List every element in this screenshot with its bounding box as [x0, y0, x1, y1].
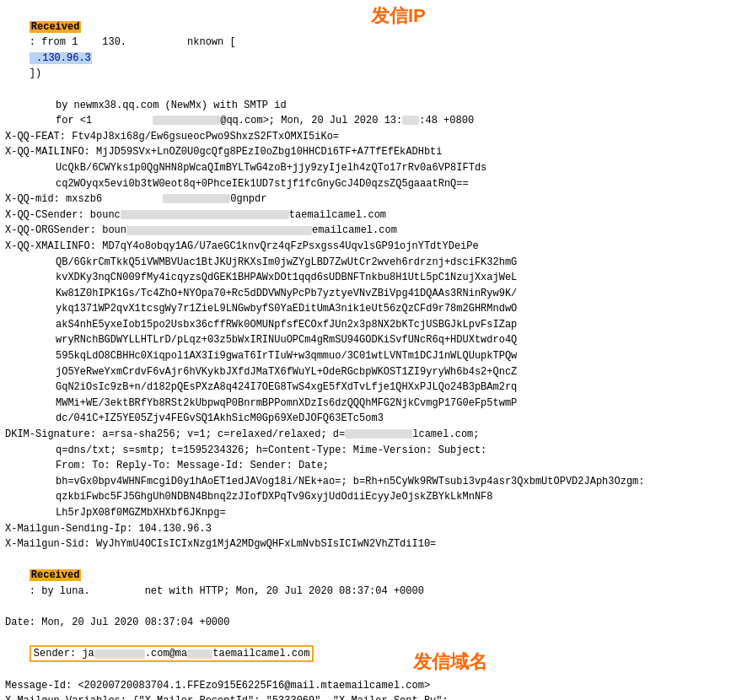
- line-dkim-5: qzkbiFwbc5FJ5GhgUh0NDBN4Bbnq2zJIofDXPqTv…: [5, 489, 742, 505]
- received-from: : from 1 130. nknown [: [30, 36, 236, 48]
- received-keyword: Received: [30, 21, 82, 33]
- line-xmail-6: akS4nhE5yxeIob15po2Usbx36cffRWk0OMUNpfsf…: [5, 317, 742, 333]
- email-header-container: 发信IP Received : from 1 130. nknown [ .13…: [0, 0, 747, 700]
- line-dkim-6: Lh5rJpX08f0MGZMbXHXbf6JKnpg=: [5, 505, 742, 521]
- line-message-id: Message-Id: <20200720083704.1.FFEzo915E6…: [5, 678, 742, 694]
- line-xqq-csender: X-QQ-CSender: bounctaemailcamel.com: [5, 207, 742, 223]
- line-mailgun-ip: X-Mailgun-Sending-Ip: 104.130.96.3: [5, 521, 742, 537]
- line-dkim-3: From: To: Reply-To: Message-Id: Sender: …: [5, 458, 742, 474]
- line-xmail-3: kvXDKy3nqCN009fMy4icqyzsQdGEK1BHPAWxDOt1…: [5, 270, 742, 286]
- line-sender: Sender: ja.com@mataemailcamel.com: [5, 631, 742, 678]
- line-xmail-7: wryRNchBGDWYLLHTLrD/pLqz+03z5bWxIRINUuOP…: [5, 332, 742, 348]
- line-xmail-5: ykq1371WP2qvX1tcsgWy7r1ZieL9LNGwbyfS0YaE…: [5, 301, 742, 317]
- line-xmail-11: MWMi+WE/3ektBRfYb8RSt2kUbpwqP0BnrmBPPomn…: [5, 396, 742, 412]
- line-date: Date: Mon, 20 Jul 2020 08:37:04 +0000: [5, 615, 742, 631]
- line-xmailgun-vars: X-Mailgun-Variables: {"X-Mailer-ReceptId…: [5, 693, 742, 700]
- sender-box: Sender: ja.com@mataemailcamel.com: [30, 645, 314, 662]
- line-received-2: Received : by luna. net with HTTP; Mon, …: [5, 552, 742, 615]
- line-xqq-mid: X-QQ-mid: mxszb6 0gnpdr: [5, 191, 742, 207]
- line-mailgun-sid: X-Mailgun-Sid: WyJhYmU4OCIsICIxNzg1MjA2M…: [5, 536, 742, 552]
- annotation-ip-label: 发信IP: [371, 2, 426, 30]
- line-dkim-2: q=dns/txt; s=smtp; t=1595234326; h=Conte…: [5, 443, 742, 459]
- line-xqq-mailinfo-2: UcQkB/6CWYks1p0QgNHN8pWcaQImBYLTwG4zoB+j…: [5, 160, 742, 176]
- line-xqq-mailinfo: X-QQ-MAILINFO: MjJD59SVx+LnOZ0U0gcQfg8PE…: [5, 144, 742, 160]
- received-bracket-close: ]): [30, 67, 41, 79]
- line-xqq-mailinfo-3: cq2WOyqx5evi0b3tW0eot8q+0PhceIEk1UD7stjf…: [5, 176, 742, 192]
- received-keyword-2: Received: [30, 569, 82, 581]
- line-xmail-4: Kw81Z0hIPK1Gs/Tc4ZhO+NYOpa70+Rc5dDDVWNyP…: [5, 286, 742, 302]
- line-for-qq: for <1 @qq.com>; Mon, 20 Jul 2020 13::48…: [5, 113, 742, 129]
- line-dkim: DKIM-Signature: a=rsa-sha256; v=1; c=rel…: [5, 427, 742, 443]
- received-by: : by luna. net with HTTP; Mon, 20 Jul 20…: [30, 585, 424, 597]
- ip-address: .130.96.3: [30, 52, 92, 64]
- annotation-domain-label: 发信域名: [413, 648, 487, 676]
- line-xmail-2: QB/6GkrCmTkkQ5iVWMBVUac1BtJKUjRKXsIm0jwZ…: [5, 255, 742, 271]
- line-dkim-4: bh=vGx0bpv4WHNFmcgiD0y1hAoET1edJAVog18i/…: [5, 474, 742, 490]
- line-xqq-xmailinfo: X-QQ-XMAILINFO: MD7qY4o8obqy1AG/U7aeGC1k…: [5, 239, 742, 255]
- line-by-newmx: by newmx38.qq.com (NewMx) with SMTP id: [5, 98, 742, 114]
- line-xmail-8: 595kqLdO8CBHHc0Xiqpol1AX3Ii9gwaT6IrTIuW+…: [5, 348, 742, 364]
- line-xmail-9: jO5YeRweYxmCrdvF6vAjr6hVKykbJXfdJMaTX6fW…: [5, 364, 742, 380]
- line-xmail-12: dc/041C+IZ5YE05Zjv4FEGvSQ1AkhSicM0Gp69Xe…: [5, 411, 742, 427]
- line-xqq-feat: X-QQ-FEAT: Ftv4pJ8xi68g/Ew6gsueocPwo9Shx…: [5, 129, 742, 145]
- line-xqq-orgsender: X-QQ-ORGSender: bounemailcamel.com: [5, 223, 742, 239]
- line-xmail-10: GqN2iOsIc9zB+n/d182pQEsPXzA8q424I7OEG8Tw…: [5, 380, 742, 396]
